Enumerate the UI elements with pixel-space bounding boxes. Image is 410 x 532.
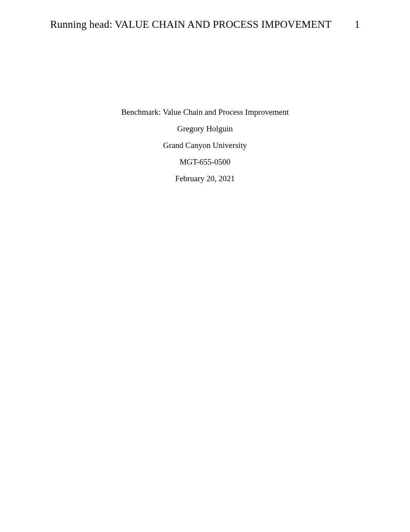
page-header: Running head: VALUE CHAIN AND PROCESS IM…	[50, 19, 360, 31]
document-author: Gregory Holguin	[50, 121, 360, 137]
running-head: Running head: VALUE CHAIN AND PROCESS IM…	[50, 19, 332, 31]
document-date: February 20, 2021	[50, 170, 360, 187]
document-title: Benchmark: Value Chain and Process Impro…	[50, 104, 360, 121]
page-number: 1	[355, 19, 360, 31]
document-page: Running head: VALUE CHAIN AND PROCESS IM…	[0, 0, 410, 532]
document-course: MGT-655-0500	[50, 154, 360, 170]
running-head-text: VALUE CHAIN AND PROCESS IMPOVEMENT	[115, 19, 331, 30]
running-head-prefix: Running head:	[50, 19, 115, 30]
document-institution: Grand Canyon University	[50, 137, 360, 154]
title-block: Benchmark: Value Chain and Process Impro…	[50, 104, 360, 187]
